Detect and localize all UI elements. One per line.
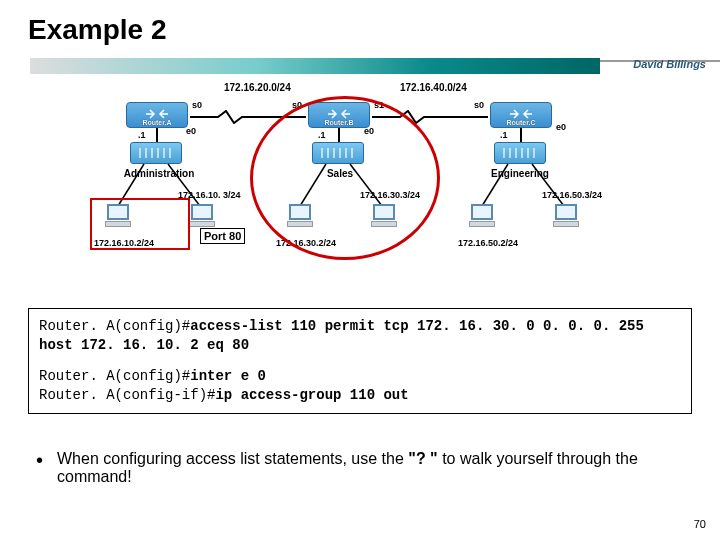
page-title: Example 2: [0, 0, 720, 46]
red-circle-sales: [250, 96, 440, 260]
port-annotation: Port 80: [200, 228, 245, 244]
eng-pc-ip: 172.16.50.2/24: [458, 238, 518, 248]
eng-net: 172.16.50.3/24: [542, 190, 602, 200]
prompt: Router. A(config)#: [39, 318, 190, 334]
cmd: inter e 0: [190, 368, 266, 384]
config-line-3: Router. A(config-if)#ip access-group 110…: [39, 386, 681, 405]
config-line-1: Router. A(config)#access-list 110 permit…: [39, 317, 681, 355]
rc-e0-ip: .1: [500, 130, 508, 140]
router-c-label: Router.C: [491, 119, 551, 126]
svg-line-4: [482, 164, 508, 206]
network-diagram: 172.16.20.0/24 172.16.40.0/24 Router.A s…: [100, 82, 620, 292]
config-line-2: Router. A(config)#inter e 0: [39, 367, 681, 386]
prompt: Router. A(config)#: [39, 368, 190, 384]
author-name: David Billings: [633, 58, 706, 70]
ra-e0: e0: [186, 126, 196, 136]
bullet-note: • When configuring access list statement…: [36, 450, 684, 486]
pc-eng-left: [466, 204, 498, 234]
rc-s0: s0: [474, 100, 484, 110]
bullet-text-a: When configuring access list statements,…: [57, 450, 408, 467]
page-number: 70: [694, 518, 706, 530]
ra-s0: s0: [192, 100, 202, 110]
prompt: Router. A(config-if)#: [39, 387, 215, 403]
header-divider: [0, 58, 720, 78]
link-rc-sw: [520, 128, 522, 142]
bullet-text: When configuring access list statements,…: [57, 450, 684, 486]
link-ra-sw: [156, 128, 158, 142]
net-bc-label: 172.16.40.0/24: [400, 82, 467, 93]
rc-e0: e0: [556, 122, 566, 132]
bullet-quote: "? ": [408, 450, 437, 467]
cmd: ip access-group 110 out: [215, 387, 408, 403]
bullet-icon: •: [36, 450, 43, 486]
red-rect-adminpc: [90, 198, 190, 250]
config-box: Router. A(config)#access-list 110 permit…: [28, 308, 692, 414]
net-ab-label: 172.16.20.0/24: [224, 82, 291, 93]
pc-eng-right: [550, 204, 582, 234]
ra-e0-ip: .1: [138, 130, 146, 140]
router-c: Router.C: [490, 102, 552, 128]
router-a-label: Router.A: [127, 119, 187, 126]
router-a: Router.A: [126, 102, 188, 128]
